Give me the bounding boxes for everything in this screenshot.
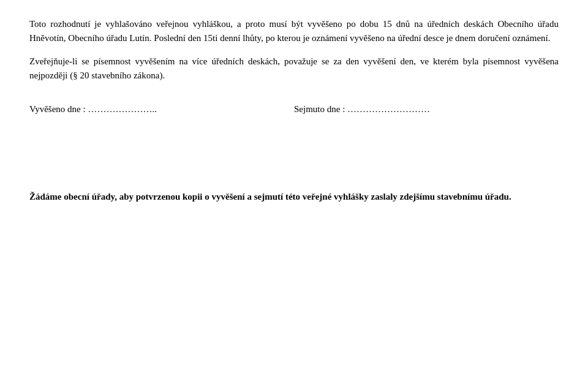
main-paragraph-2: Zveřejňuje-li se písemnost vyvěšením na … — [29, 55, 559, 83]
bottom-paragraph: Žádáme obecní úřady, aby potvrzenou kopi… — [29, 190, 559, 204]
bottom-section: Žádáme obecní úřady, aby potvrzenou kopi… — [29, 190, 559, 204]
vyveseno-section: Vyvěšeno dne : ………………….. Sejmuto dne : …… — [29, 102, 559, 116]
page-container: Toto rozhodnutí je vyhlašováno veřejnou … — [0, 0, 588, 230]
main-paragraph-1: Toto rozhodnutí je vyhlašováno veřejnou … — [29, 17, 559, 46]
sejmuto-label: Sejmuto dne : ……………………… — [294, 102, 559, 116]
vyveseno-label: Vyvěšeno dne : ………………….. — [29, 102, 294, 116]
